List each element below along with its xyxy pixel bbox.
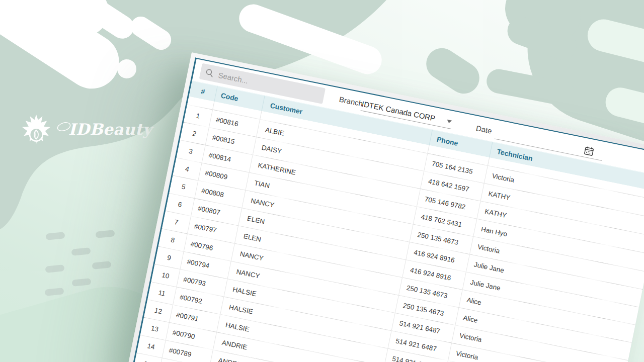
maple-leaf-icon — [20, 114, 52, 145]
decor-sage-pill-4 — [420, 42, 485, 100]
chevron-down-icon — [446, 120, 452, 124]
customers-table: # Code Customer Phone Technician 1 #0081… — [133, 80, 644, 362]
decor-dash-7 — [44, 288, 64, 296]
decor-white-dot — [117, 59, 136, 78]
brand-name: IDBeauty — [68, 122, 152, 137]
decor-dash-6 — [71, 278, 91, 287]
decor-dash-4 — [92, 261, 111, 269]
decor-dash-5 — [45, 264, 64, 273]
branch-label: Branch — [339, 95, 364, 108]
calendar-icon[interactable] — [584, 146, 594, 156]
date-label: Date — [475, 124, 493, 135]
search-icon — [205, 68, 214, 77]
brand-logo: IDBeauty — [20, 114, 152, 145]
